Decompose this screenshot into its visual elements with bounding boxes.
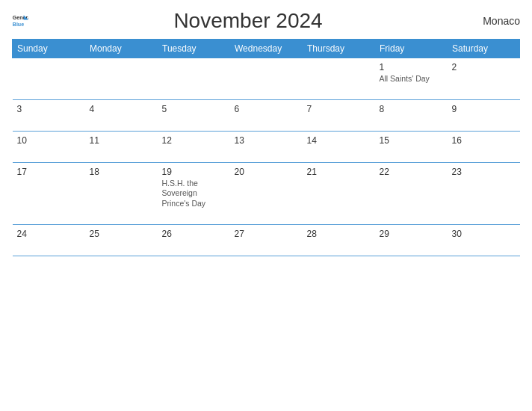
day-number: 6 [235,104,298,114]
table-row: 13 [230,131,303,162]
table-row: 30 [448,224,520,256]
holiday-label: All Saints' Day [380,74,443,84]
day-number: 5 [162,104,226,114]
calendar-table: Sunday Monday Tuesday Wednesday Thursday… [12,39,520,256]
day-number: 10 [17,135,81,146]
table-row: 17 [13,162,85,224]
country-label: Monaco [468,15,520,27]
day-number: 7 [307,104,371,114]
table-row: 6 [230,99,303,131]
table-row: 24 [13,224,85,256]
calendar-week-row: 1All Saints' Day2 [13,58,520,100]
day-number: 28 [307,229,371,239]
logo-icon: General Blue [12,13,28,29]
col-thursday: Thursday [303,40,375,58]
day-number: 11 [90,135,153,146]
table-row: 11 [85,131,158,162]
day-number: 22 [380,167,443,177]
day-number: 17 [17,167,81,177]
day-number: 25 [90,229,153,239]
svg-text:Blue: Blue [13,22,24,27]
col-sunday: Sunday [13,40,85,58]
calendar-title: November 2024 [28,9,468,33]
table-row [303,58,375,100]
table-row: 12 [158,131,230,162]
table-row: 20 [230,162,303,224]
day-number: 16 [452,135,516,146]
day-number: 4 [90,104,153,114]
day-number: 9 [452,104,516,114]
col-friday: Friday [375,40,448,58]
col-monday: Monday [85,40,158,58]
day-number: 20 [235,167,298,177]
day-number: 30 [452,229,516,239]
calendar-week-row: 3456789 [13,99,520,131]
table-row: 18 [85,162,158,224]
day-number: 29 [380,229,443,239]
table-row [13,58,85,100]
table-row: 9 [448,99,520,131]
header: General Blue November 2024 Monaco [12,9,520,33]
table-row [158,58,230,100]
table-row: 16 [448,131,520,162]
calendar-week-row: 10111213141516 [13,131,520,162]
table-row: 10 [13,131,85,162]
table-row: 23 [448,162,520,224]
day-number: 3 [17,104,81,114]
calendar-week-row: 171819H.S.H. the Sovereign Prince's Day2… [13,162,520,224]
table-row: 5 [158,99,230,131]
table-row: 2 [448,58,520,100]
calendar-header-row: Sunday Monday Tuesday Wednesday Thursday… [13,40,520,58]
calendar-week-row: 24252627282930 [13,224,520,256]
table-row: 7 [303,99,375,131]
day-number: 2 [452,62,516,72]
day-number: 12 [162,135,226,146]
table-row [85,58,158,100]
table-row: 8 [375,99,448,131]
day-number: 24 [17,229,81,239]
day-number: 27 [235,229,298,239]
table-row [230,58,303,100]
table-row: 19H.S.H. the Sovereign Prince's Day [158,162,230,224]
col-wednesday: Wednesday [230,40,303,58]
table-row: 26 [158,224,230,256]
table-row: 28 [303,224,375,256]
table-row: 4 [85,99,158,131]
col-tuesday: Tuesday [158,40,230,58]
table-row: 1All Saints' Day [375,58,448,100]
day-number: 23 [452,167,516,177]
col-saturday: Saturday [448,40,520,58]
day-number: 13 [235,135,298,146]
page: General Blue November 2024 Monaco Sunday… [0,0,532,411]
table-row: 25 [85,224,158,256]
day-number: 19 [162,167,226,177]
day-number: 14 [307,135,371,146]
table-row: 22 [375,162,448,224]
table-row: 27 [230,224,303,256]
table-row: 29 [375,224,448,256]
table-row: 3 [13,99,85,131]
holiday-label: H.S.H. the Sovereign Prince's Day [162,179,226,209]
table-row: 14 [303,131,375,162]
day-number: 1 [380,62,443,72]
logo: General Blue [12,13,28,29]
day-number: 15 [380,135,443,146]
day-number: 26 [162,229,226,239]
day-number: 18 [90,167,153,177]
table-row: 21 [303,162,375,224]
day-number: 21 [307,167,371,177]
table-row: 15 [375,131,448,162]
day-number: 8 [380,104,443,114]
